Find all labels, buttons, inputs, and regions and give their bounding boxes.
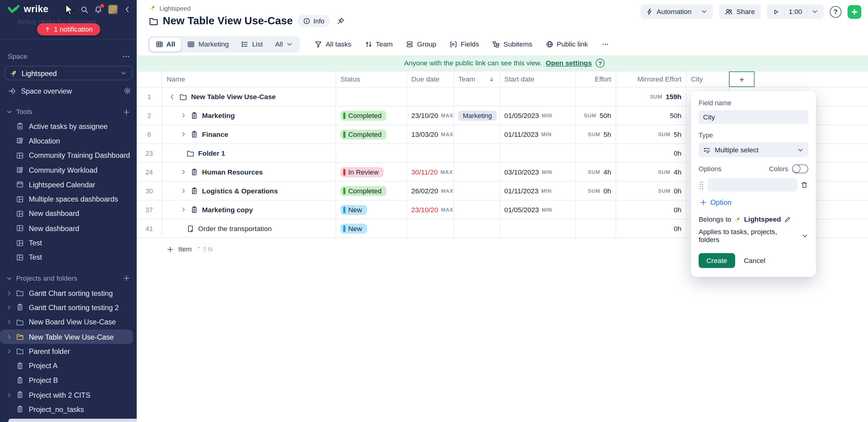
due-date-cell[interactable]: 30/11/20MAX [407, 163, 454, 181]
mirrored-effort-cell[interactable]: SUM4h [616, 163, 686, 181]
status-cell[interactable]: Completed [336, 182, 407, 200]
column-header-city[interactable]: City [687, 71, 729, 87]
trash-icon[interactable] [801, 181, 808, 189]
effort-cell[interactable]: SUM0h [576, 182, 616, 200]
toolbar-fields[interactable]: Fields [450, 40, 479, 48]
column-header-mirrored-effort[interactable]: Mirrored Effort [616, 71, 686, 87]
mirrored-effort-cell[interactable]: 0h [616, 219, 686, 237]
task-name-cell[interactable]: Human Resources [162, 163, 336, 181]
collapse-sidebar-icon[interactable] [123, 5, 131, 13]
status-cell[interactable]: Completed [336, 107, 407, 125]
mirrored-effort-cell[interactable]: SUM5h [616, 125, 686, 144]
toolbar-all-tasks[interactable]: All tasks [315, 40, 351, 48]
mirrored-effort-cell[interactable]: 50h [616, 107, 686, 125]
toolbar-subitems[interactable]: Subitems [492, 40, 532, 48]
column-header-name[interactable]: Name [162, 71, 336, 87]
sidebar-tool-item[interactable]: Community Workload [0, 163, 137, 177]
effort-cell[interactable]: SUM5h [576, 125, 616, 144]
column-header-due-date[interactable]: Due date [407, 71, 454, 87]
edit-pencil-icon[interactable] [784, 216, 791, 223]
toolbar-more-button[interactable] [601, 40, 609, 48]
applies-to-row[interactable]: Applies to tasks, projects, folders [699, 228, 808, 244]
start-date-cell[interactable]: 01/11/2023MIN [500, 182, 576, 200]
projects-section-header[interactable]: Projects and folders [0, 271, 137, 285]
play-icon[interactable] [772, 8, 779, 15]
team-cell[interactable] [454, 144, 500, 162]
toolbar-group[interactable]: Group [406, 40, 436, 48]
team-cell[interactable] [454, 219, 500, 237]
sidebar-tool-item[interactable]: New dashboard [0, 206, 137, 221]
start-date-cell[interactable]: 03/10/2023MIN [500, 163, 576, 181]
horizontal-scrollbar-thumb[interactable] [8, 419, 137, 422]
sidebar-tool-item[interactable]: Active tasks by assignee [0, 119, 137, 134]
status-cell[interactable]: New [336, 219, 407, 237]
task-name-cell[interactable]: Folder 1 [162, 144, 336, 162]
team-cell[interactable]: Marketing [454, 107, 500, 125]
mirrored-effort-cell[interactable]: 0h [616, 200, 686, 219]
sidebar-project-item[interactable]: Gantt Chart sorting testing 2 [0, 300, 137, 315]
automation-button[interactable]: Automation [641, 5, 713, 19]
status-cell[interactable]: New [336, 200, 407, 219]
banner-help-icon[interactable]: ? [596, 59, 604, 67]
chevron-right-icon[interactable] [5, 290, 13, 296]
drag-handle-icon[interactable] [699, 181, 704, 189]
sidebar-project-item[interactable]: New Table View Use-Case [0, 329, 133, 344]
chevron-right-icon[interactable] [5, 334, 13, 340]
notifications-bell-icon[interactable] [94, 5, 102, 13]
type-select[interactable]: Multiple select [699, 142, 808, 157]
add-column-button[interactable]: + [729, 71, 755, 87]
sidebar-project-item[interactable]: Project_no_tasks [0, 402, 137, 417]
collapse-icon[interactable] [169, 93, 176, 101]
status-cell[interactable] [336, 144, 407, 162]
add-tool-icon[interactable] [123, 108, 130, 116]
chevron-down-icon[interactable] [811, 8, 818, 15]
user-avatar[interactable] [108, 5, 118, 14]
space-more-icon[interactable] [122, 53, 130, 61]
task-name-cell[interactable]: Order the transportation [162, 219, 336, 237]
view-tab-list[interactable]: List [235, 37, 269, 51]
sidebar-tool-item[interactable]: Multiple spaces dashboards [0, 192, 137, 206]
sidebar-tool-item[interactable]: Allocation [0, 134, 137, 148]
mirrored-effort-cell[interactable]: 0h [616, 144, 686, 162]
sidebar-tool-item[interactable]: Lightspeed Calendar [0, 177, 137, 192]
team-cell[interactable] [454, 200, 500, 219]
sort-desc-icon[interactable] [488, 76, 495, 83]
effort-cell[interactable] [576, 144, 616, 162]
sidebar-project-item[interactable]: Parent folder [0, 344, 137, 358]
team-cell[interactable] [454, 163, 500, 181]
search-icon[interactable] [80, 5, 88, 13]
due-date-cell[interactable]: 13/03/20MAX [407, 125, 454, 144]
expand-icon[interactable] [180, 113, 187, 119]
team-cell[interactable] [454, 88, 500, 106]
view-tab-all[interactable]: All [149, 37, 181, 51]
column-header-start-date[interactable]: Start date [500, 71, 576, 87]
column-header-effort[interactable]: Effort [576, 71, 616, 87]
expand-icon[interactable] [180, 169, 187, 175]
status-cell[interactable] [336, 88, 407, 106]
team-cell[interactable] [454, 125, 500, 144]
start-date-cell[interactable]: 01/11/2023MIN [500, 125, 576, 144]
create-button[interactable]: Create [699, 253, 735, 268]
colors-toggle[interactable] [792, 164, 808, 173]
task-name-cell[interactable]: New Table View Use-Case [162, 88, 336, 106]
status-cell[interactable]: In Review [336, 163, 407, 181]
task-name-cell[interactable]: Marketing [162, 107, 336, 125]
sidebar-project-item[interactable]: New Board View Use-Case [0, 315, 137, 330]
start-date-cell[interactable] [500, 88, 576, 106]
sidebar-project-item[interactable]: Project with 2 CITS [0, 388, 137, 402]
create-new-button[interactable]: + [848, 5, 862, 19]
field-name-input[interactable] [699, 110, 808, 124]
start-date-cell[interactable]: 01/05/2023MIN [500, 200, 576, 219]
add-option-button[interactable]: Option [700, 198, 808, 206]
notification-pill[interactable]: 1 notification [37, 23, 100, 36]
effort-cell[interactable]: SUM4h [576, 163, 616, 181]
start-date-cell[interactable] [500, 144, 576, 162]
sidebar-project-item[interactable]: Project B [0, 373, 137, 388]
expand-icon[interactable] [180, 188, 187, 194]
pin-icon[interactable] [336, 17, 345, 25]
tools-section-header[interactable]: Tools [0, 104, 137, 119]
space-selector[interactable]: Lightspeed [5, 66, 132, 80]
open-settings-link[interactable]: Open settings [546, 59, 592, 67]
add-project-icon[interactable] [123, 275, 130, 282]
chevron-right-icon[interactable] [5, 392, 13, 398]
